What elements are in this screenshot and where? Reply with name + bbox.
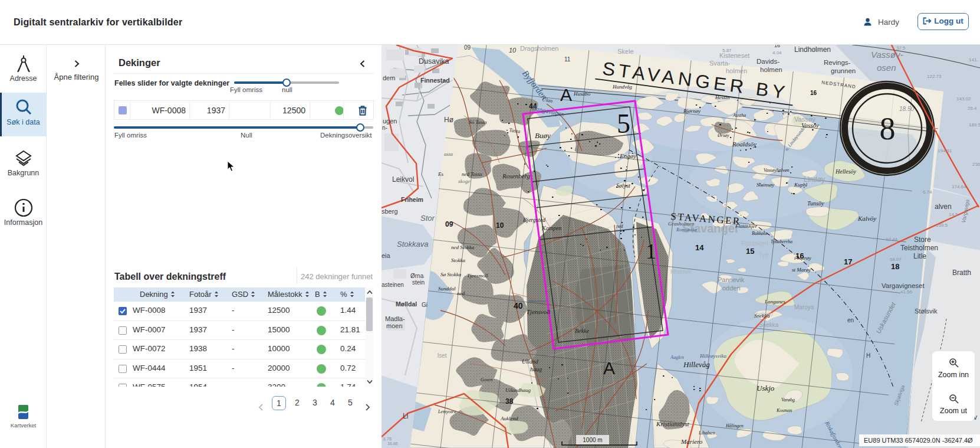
svg-text:i Marøy: i Marøy: [794, 255, 811, 261]
svg-text:Stølsvik: Stølsvik: [915, 308, 938, 315]
svg-text:holmen: holmen: [760, 66, 782, 73]
svg-text:Leikvol: Leikvol: [392, 175, 414, 184]
svg-text:stein: stein: [412, 279, 425, 286]
svg-text:Friheim: Friheim: [401, 196, 423, 203]
svg-text:Pannevik: Pannevik: [718, 276, 745, 283]
svg-text:Rosenberg: Rosenberg: [502, 172, 530, 179]
svg-text:10: 10: [496, 221, 504, 230]
svg-text:Uilandhaug: Uilandhaug: [505, 387, 531, 393]
svg-text:Bratth: Bratth: [952, 269, 971, 277]
svg-text:09: 09: [464, 45, 471, 51]
svg-text:Stokka: Stokka: [451, 257, 465, 263]
svg-text:18: 18: [891, 262, 899, 271]
svg-text:Store: Store: [914, 236, 931, 244]
svg-text:16: 16: [774, 45, 780, 48]
svg-text:Grasholmen: Grasholmen: [668, 221, 695, 227]
svg-text:Bjergsted: Bjergsted: [523, 217, 546, 223]
svg-text:Kristianslyst: Kristianslyst: [656, 420, 690, 427]
svg-text:st Marøy: st Marøy: [792, 267, 811, 273]
svg-text:en: en: [847, 317, 854, 323]
svg-text:eia: eia: [382, 252, 391, 259]
svg-text:Uskjo: Uskjo: [757, 384, 775, 393]
svg-text:Kosman: Kosman: [776, 408, 792, 413]
svg-text:Roaldsöy: Roaldsöy: [732, 140, 757, 148]
svg-text:36.66: 36.66: [387, 442, 398, 446]
svg-text:26.4: 26.4: [968, 106, 977, 111]
svg-text:Vassøyhalvøn: Vassøyhalvøn: [764, 168, 790, 173]
svg-text:Sø Stokka: Sø Stokka: [440, 272, 462, 277]
svg-text:Mølldal: Mølldal: [396, 300, 417, 308]
svg-text:09: 09: [445, 220, 453, 228]
svg-text:41.56: 41.56: [900, 289, 913, 295]
svg-text:ned: ned: [457, 290, 465, 296]
svg-text:odden: odden: [722, 285, 741, 292]
svg-text:Hellesöy: Hellesöy: [835, 168, 857, 175]
svg-text:moen: moen: [386, 322, 403, 329]
svg-text:EU89 UTM33 6574029.0N -36247.4: EU89 UTM33 6574029.0N -36247.4Ø: [864, 437, 973, 444]
svg-text:Bekke: Bekke: [575, 328, 589, 334]
svg-text:Hessin: Hessin: [715, 94, 730, 100]
svg-text:Vargavigneset: Vargavigneset: [882, 282, 925, 289]
svg-text:Stokkava: Stokkava: [397, 240, 428, 248]
svg-text:Kalvöy: Kalvöy: [857, 215, 876, 222]
svg-text:122.73: 122.73: [927, 74, 942, 79]
svg-text:Finnestad: Finnestad: [420, 77, 450, 84]
svg-text:Bjørnøy: Bjørnøy: [683, 108, 701, 114]
svg-text:Kuphl: Kuphl: [794, 182, 808, 188]
svg-text:Ulland: Ulland: [522, 358, 539, 365]
svg-text:sberg: sberg: [382, 208, 398, 215]
svg-text:41.84: 41.84: [811, 47, 824, 52]
svg-text:Es: Es: [438, 171, 443, 177]
svg-text:lset: lset: [438, 352, 447, 359]
svg-text:16: 16: [810, 90, 817, 96]
svg-text:68.07: 68.07: [890, 257, 902, 262]
svg-text:174.64: 174.64: [952, 184, 966, 189]
svg-text:8: 8: [880, 111, 896, 146]
svg-text:Gosen: Gosen: [481, 377, 492, 382]
svg-text:alven: alven: [935, 202, 952, 211]
svg-text:Ørna: Ørna: [410, 273, 424, 279]
svg-text:14.5: 14.5: [949, 212, 958, 217]
svg-text:Ørsøy: Ørsøy: [717, 133, 729, 138]
svg-text:Snekka: Snekka: [759, 322, 779, 328]
svg-text:Vassøv-: Vassøv-: [871, 50, 903, 60]
svg-text:Steinsøy: Steinsøy: [757, 182, 774, 188]
svg-text:Gi: Gi: [422, 302, 427, 308]
svg-text:Auklend: Auklend: [500, 416, 518, 421]
svg-text:dem: dem: [383, 74, 395, 81]
svg-text:Husabö: Husabö: [573, 91, 591, 97]
svg-text:Langanes: Langanes: [764, 299, 786, 305]
svg-text:38: 38: [505, 397, 514, 406]
svg-text:asta: asta: [444, 151, 453, 157]
svg-text:Hø: Hø: [444, 116, 454, 124]
svg-text:ned: ned: [616, 224, 624, 229]
svg-text:18.50: 18.50: [899, 106, 914, 112]
svg-text:194.61: 194.61: [938, 148, 952, 153]
svg-text:Buøy: Buøy: [535, 131, 551, 140]
svg-text:Flataskjer: Flataskjer: [735, 223, 757, 229]
svg-text:Skele: Skele: [617, 48, 634, 55]
svg-text:Maroya: Maroya: [794, 304, 814, 310]
svg-text:Stor: Stor: [420, 214, 435, 223]
svg-text:Dusavika: Dusavika: [419, 57, 449, 66]
svg-text:3.76: 3.76: [383, 436, 392, 442]
svg-text:14: 14: [695, 243, 704, 252]
svg-text:4.04: 4.04: [772, 50, 782, 55]
svg-text:Hålingen: Hålingen: [725, 423, 744, 429]
svg-text:5: 5: [617, 109, 630, 139]
svg-text:Tunsöy: Tunsöy: [807, 200, 824, 207]
svg-text:Hillevåg: Hillevåg: [683, 360, 710, 369]
svg-text:Tytt: Tytt: [759, 252, 768, 259]
svg-text:159.5: 159.5: [936, 223, 948, 228]
svg-text:5.87: 5.87: [722, 48, 732, 53]
svg-text:Madla-: Madla-: [385, 315, 405, 322]
svg-text:Sö Tasta: Sö Tasta: [469, 119, 487, 125]
svg-text:haug: haug: [530, 366, 542, 372]
svg-text:15: 15: [746, 247, 754, 256]
svg-text:189.5: 189.5: [969, 122, 980, 127]
svg-text:Svarta-: Svarta-: [709, 60, 731, 67]
svg-text:ugen: ugen: [383, 117, 397, 125]
svg-text:Lemyotra: Lemyotra: [438, 409, 456, 414]
svg-text:Mariero: Mariero: [680, 438, 703, 445]
svg-text:Austha: Austha: [732, 113, 746, 118]
